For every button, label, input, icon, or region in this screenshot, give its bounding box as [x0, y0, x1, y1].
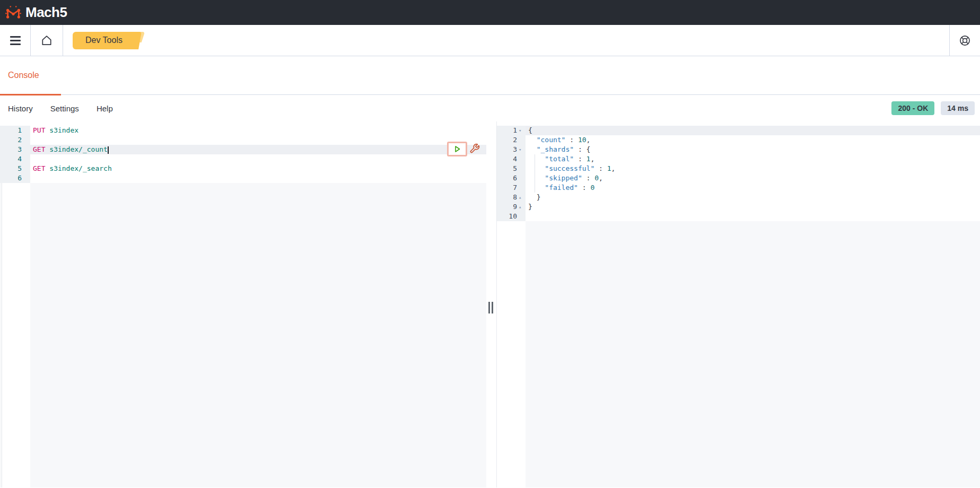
- token-key: "total": [545, 155, 574, 163]
- line-number-gutter: 5: [497, 164, 526, 173]
- play-icon: [453, 145, 461, 153]
- response-code-text[interactable]: "_shards" : {: [526, 145, 980, 154]
- token-punct: :: [574, 155, 586, 163]
- response-line-9: 9▴}: [497, 202, 980, 212]
- token-key: "skipped": [545, 174, 582, 182]
- token-punct: }: [528, 203, 532, 211]
- fold-toggle-icon[interactable]: ▴: [517, 193, 526, 202]
- line-number-gutter: 8▴: [497, 193, 526, 202]
- menu-item-history[interactable]: History: [8, 104, 33, 113]
- token-punct: : {: [574, 145, 590, 153]
- line-number: 1: [18, 126, 30, 135]
- menu-button[interactable]: [0, 25, 30, 56]
- request-line-actions: [447, 142, 480, 156]
- response-code-text[interactable]: "total" : 1,: [526, 154, 980, 164]
- editor-gutter-strip: [2, 183, 30, 487]
- response-code-text[interactable]: {: [526, 126, 980, 135]
- line-number-gutter: 4: [0, 154, 30, 164]
- main-toolbar: Dev Tools: [0, 25, 980, 56]
- line-number: 5: [513, 164, 517, 173]
- life-buoy-icon: [959, 34, 971, 47]
- resizer-handle-icon: [488, 302, 493, 313]
- request-line-2: 2: [0, 135, 486, 145]
- line-number: 8: [513, 193, 517, 202]
- line-number-gutter: 6: [0, 173, 30, 183]
- fold-toggle-icon[interactable]: ▾: [517, 126, 526, 135]
- request-code-text[interactable]: [30, 135, 486, 145]
- text-cursor: [108, 146, 109, 154]
- line-number-gutter: 3: [0, 145, 30, 154]
- response-code-text[interactable]: "failed" : 0: [526, 183, 980, 193]
- viewer-empty-area: [497, 221, 980, 487]
- status-badge: 200 - OK: [891, 101, 934, 115]
- console-menubar: History Settings Help 200 - OK 14 ms: [0, 95, 980, 121]
- line-number-gutter: 7: [497, 183, 526, 193]
- response-code-text[interactable]: "successful" : 1,: [526, 164, 980, 173]
- token-punct: ,: [599, 174, 603, 182]
- response-viewer[interactable]: 1▾{2 "count" : 10,3▾ "_shards" : {4 "tot…: [496, 121, 980, 487]
- token-url: s3index/_search: [49, 164, 111, 172]
- line-number: 9: [513, 202, 517, 212]
- editor-empty-area[interactable]: [0, 183, 486, 487]
- response-line-5: 5 "successful" : 1,: [497, 164, 980, 173]
- response-code-text[interactable]: }: [526, 202, 980, 212]
- request-options-button[interactable]: [469, 143, 480, 154]
- request-code-text[interactable]: GET s3index/_search: [30, 164, 486, 173]
- response-code-text[interactable]: "count" : 10,: [526, 135, 980, 145]
- response-line-8: 8▴ }: [497, 193, 980, 202]
- response-code-text[interactable]: }: [526, 193, 980, 202]
- home-icon: [41, 34, 52, 46]
- line-number: 6: [18, 173, 30, 183]
- response-line-4: 4 "total" : 1,: [497, 154, 980, 164]
- line-number-gutter: 4: [497, 154, 526, 164]
- menu-item-settings[interactable]: Settings: [50, 104, 79, 113]
- line-number: 4: [18, 154, 30, 164]
- line-number-gutter: 6: [497, 173, 526, 183]
- indent-guide: [535, 154, 535, 193]
- hamburger-icon: [10, 36, 21, 45]
- token-punct: :: [582, 174, 594, 182]
- brand-logo[interactable]: Mach5: [5, 4, 67, 21]
- request-line-6: 6: [0, 173, 486, 183]
- token-punct: }: [528, 193, 540, 201]
- request-code-text[interactable]: PUT s3index: [30, 126, 486, 135]
- wrench-icon: [469, 143, 480, 154]
- token-key: "count": [537, 136, 566, 144]
- response-line-7: 7 "failed" : 0: [497, 183, 980, 193]
- panel-resizer[interactable]: [486, 121, 496, 487]
- response-code-text[interactable]: "skipped" : 0,: [526, 173, 980, 183]
- response-time-badge: 14 ms: [941, 101, 975, 115]
- line-number: 7: [513, 183, 517, 193]
- response-code-text[interactable]: [526, 212, 980, 221]
- help-button[interactable]: [950, 25, 980, 56]
- page-tabs: Console: [0, 56, 980, 95]
- token-punct: [528, 145, 537, 153]
- response-line-3: 3▾ "_shards" : {: [497, 145, 980, 154]
- line-number: 3: [18, 145, 30, 154]
- token-num: 1: [607, 164, 611, 172]
- request-code-text[interactable]: [30, 173, 486, 183]
- line-number-gutter: 1: [0, 126, 30, 135]
- fold-toggle-icon[interactable]: ▾: [517, 145, 526, 154]
- home-button[interactable]: [31, 25, 63, 56]
- request-line-5: 5GET s3index/_search: [0, 164, 486, 173]
- response-line-10: 10: [497, 212, 980, 221]
- tab-console[interactable]: Console: [0, 71, 39, 80]
- menu-item-help[interactable]: Help: [97, 104, 113, 113]
- line-number-gutter: 2: [0, 135, 30, 145]
- token-punct: ,: [611, 164, 616, 172]
- response-line-1: 1▾{: [497, 126, 980, 135]
- token-method: GET: [33, 145, 45, 153]
- fold-toggle-icon[interactable]: ▴: [517, 202, 526, 212]
- send-request-button[interactable]: [447, 142, 467, 156]
- token-url: s3index/_count: [49, 145, 108, 153]
- toolbar-divider: [63, 25, 63, 56]
- viewer-gutter-strip: [497, 221, 526, 487]
- request-code-text[interactable]: GET s3index/_count: [30, 145, 486, 154]
- line-number-gutter: 5: [0, 164, 30, 173]
- request-editor[interactable]: 1PUT s3index23GET s3index/_count45GET s3…: [0, 121, 486, 487]
- request-code-text[interactable]: [30, 154, 486, 164]
- tab-dev-tools[interactable]: Dev Tools: [73, 32, 136, 49]
- line-number: 1: [513, 126, 517, 135]
- token-punct: :: [594, 164, 607, 172]
